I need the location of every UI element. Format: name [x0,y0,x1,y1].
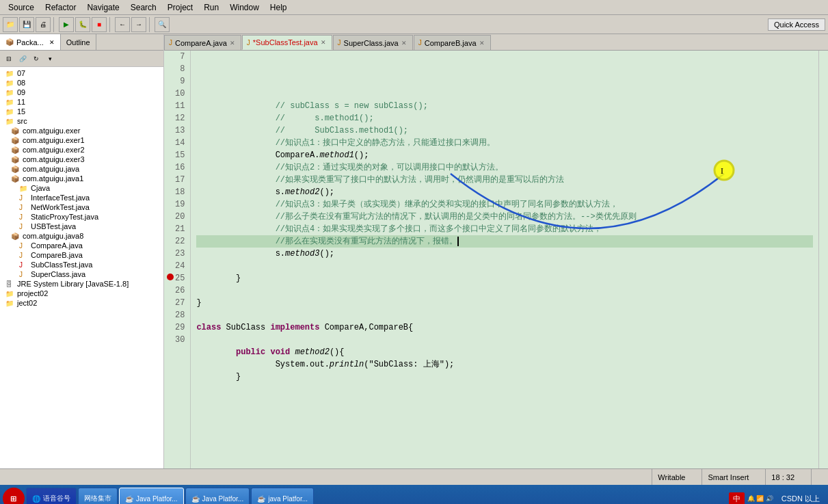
sidebar-tab-package[interactable]: 📦 Packa... ✕ [0,34,61,50]
taskbar-btn-1[interactable]: 🌐 语音谷号 [26,488,77,504]
tree-icon-7: 📦 [11,137,21,144]
toolbar-run[interactable]: ▶ [59,17,74,32]
editor-tab-close-1[interactable]: ✕ [321,39,326,46]
menu-navigate[interactable]: Navigate [81,1,124,14]
tree-label-6: com.atguigu.exer [23,127,80,135]
tree-item-5[interactable]: 📁src [0,116,163,126]
toolbar-fwd[interactable]: → [131,17,146,32]
menu-source[interactable]: Source [3,1,40,14]
status-writable: Writable [652,469,691,485]
menu-run[interactable]: Run [198,1,224,14]
code-line-17: //知识点4：如果实现类实现了多个接口，而这多个接口中定义了同名同参数的默认方法… [196,223,813,235]
sidebar-collapse-btn[interactable]: ⊟ [3,53,15,65]
code-line-16: //那么子类在没有重写此方法的情况下，默认调用的是父类中的同名同参数的方法。--… [196,211,813,223]
menu-search[interactable]: Search [125,1,162,14]
tree-item-12[interactable]: 📁Cjava [0,183,163,193]
taskbar-btn-2[interactable]: 网络集市 [78,488,118,504]
editor-tab-0[interactable]: JCompareA.java ✕ [164,35,241,50]
tree-item-14[interactable]: JNetWorkTest.java [0,202,163,212]
line-num-22: 22 [167,235,185,248]
tree-item-10[interactable]: 📦com.atguigu.java [0,164,163,174]
tree-item-4[interactable]: 📁15 [0,107,163,116]
line-num-19: 19 [167,198,185,211]
code-line-24 [196,309,813,321]
menu-refactor[interactable]: Refactor [40,1,81,14]
code-line-8: // s.method1(); [196,112,813,124]
editor-tab-3[interactable]: JCompareB.java ✕ [414,35,491,50]
editor-tab-close-3[interactable]: ✕ [479,40,485,47]
editor-tab-close-0[interactable]: ✕ [230,40,235,47]
tree-item-24[interactable]: 📁ject02 [0,298,163,308]
editor-tab-icon-0: J [169,39,172,47]
taskbar-btn-4[interactable]: ☕ Java Platfor... [185,488,250,504]
editor-tab-1[interactable]: J*SubClassTest.java ✕ [242,35,332,50]
sidebar-tab-close[interactable]: ✕ [49,39,55,46]
sidebar-refresh-btn[interactable]: ↻ [30,53,42,65]
line-num-27: 27 [167,297,185,309]
editor-area: JCompareA.java ✕J*SubClassTest.java ✕JSu… [164,34,828,468]
line-num-29: 29 [167,321,185,334]
tree-item-22[interactable]: 🗄JRE System Library [JavaSE-1.8] [0,279,163,289]
toolbar-back[interactable]: ← [115,17,130,32]
tree-label-10: com.atguigu.java [23,165,79,173]
tree-item-0[interactable]: 📁07 [0,68,163,78]
tree-item-20[interactable]: JSubClassTest.java [0,260,163,269]
code-editor[interactable]: 7891011121314151617181920212223242526272… [164,51,828,468]
tree-item-23[interactable]: 📁project02 [0,289,163,298]
start-button[interactable]: ⊞ [3,488,25,504]
tree-item-9[interactable]: 📦com.atguigu.exer3 [0,155,163,164]
tree-item-15[interactable]: JStaticProxyTest.java [0,212,163,222]
toolbar-btn-3[interactable]: 🖨 [36,17,51,32]
tree-item-18[interactable]: JCompareA.java [0,241,163,250]
tree-label-8: com.atguigu.exer2 [23,146,85,154]
editor-tab-2[interactable]: JSuperClass.java ✕ [333,35,413,50]
toolbar-search[interactable]: 🔍 [155,17,170,32]
tree-item-19[interactable]: JCompareB.java [0,250,163,260]
tree-item-17[interactable]: 📦com.atguigu.java8 [0,231,163,241]
quick-access[interactable]: Quick Access [768,18,825,31]
taskbar-btn-4-icon: ☕ [191,495,200,503]
taskbar-btn-1-label: 语音谷号 [43,494,70,503]
taskbar-btn-3[interactable]: ☕ Java Platfor... [119,488,184,504]
toolbar-btn-2[interactable]: 💾 [19,17,34,32]
status-position: 18 : 32 [765,469,800,485]
tree-item-11[interactable]: 📦com.atguigu.java1 [0,174,163,183]
menu-project[interactable]: Project [162,1,198,14]
tree-item-6[interactable]: 📦com.atguigu.exer [0,126,163,135]
sidebar-tree: 📁07📁08📁09📁11📁15📁src📦com.atguigu.exer📦com… [0,67,163,468]
taskbar-btn-5[interactable]: ☕ java Platfor... [251,488,314,504]
menu-window[interactable]: Window [224,1,265,14]
code-content[interactable]: // subClass s = new subClass(); // s.met… [191,51,818,468]
tree-icon-20: J [19,261,29,269]
tree-item-13[interactable]: JInterfaceTest.java [0,193,163,202]
tree-item-8[interactable]: 📦com.atguigu.exer2 [0,145,163,155]
toolbar-debug[interactable]: 🐛 [75,17,90,32]
code-line-12: //知识点2：通过实现类的对象，可以调用接口中的默认方法。 [196,161,813,174]
sidebar-tab-outline[interactable]: Outline [61,34,96,50]
tree-item-16[interactable]: JUSBTest.java [0,222,163,231]
toolbar-stop[interactable]: ■ [92,17,107,32]
sidebar-menu-btn[interactable]: ▾ [44,53,56,65]
taskbar-icons: 🔔 📶 🔊 [747,495,773,502]
tree-icon-16: J [19,223,29,230]
editor-tab-label-0: CompareA.java [175,39,227,47]
tree-icon-10: 📦 [11,165,21,173]
tree-item-21[interactable]: JSuperClass.java [0,269,163,279]
toolbar-btn-1[interactable]: 📁 [3,17,18,32]
editor-tab-close-2[interactable]: ✕ [401,40,407,47]
sidebar-link-btn[interactable]: 🔗 [16,53,29,65]
code-line-9: // SubClass.method1(); [196,124,813,137]
tree-label-21: SuperClass.java [31,270,85,278]
line-num-26: 26 [167,284,185,297]
right-scrollbar[interactable] [818,51,828,468]
tree-item-2[interactable]: 📁09 [0,88,163,97]
statusbar: Writable Smart Insert 18 : 32 [0,468,828,485]
code-line-7: // subClass s = new subClass(); [196,100,813,112]
tree-icon-4: 📁 [5,108,15,116]
tree-item-3[interactable]: 📁11 [0,97,163,107]
menu-help[interactable]: Help [265,1,293,14]
tree-item-1[interactable]: 📁08 [0,78,163,88]
tree-item-7[interactable]: 📦com.atguigu.exer1 [0,135,163,145]
taskbar-lang[interactable]: 中 [729,492,745,505]
tree-label-2: 09 [17,88,25,96]
